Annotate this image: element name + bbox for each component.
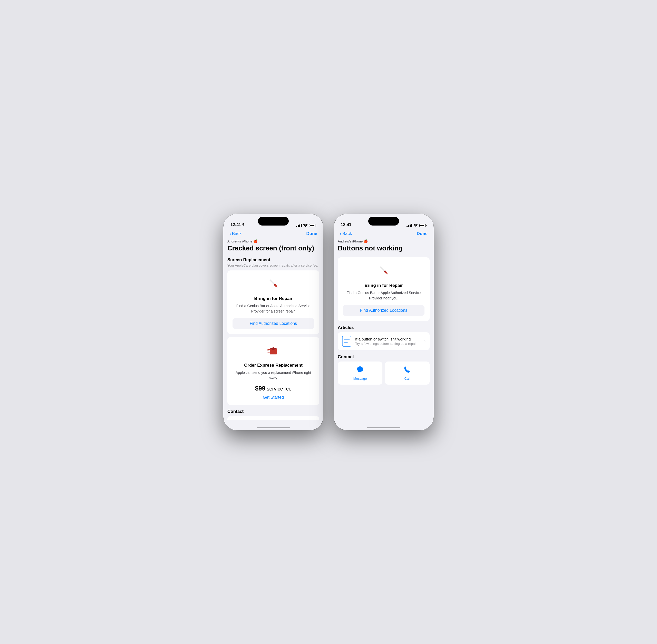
bring-in-repair-card: Bring in for Repair Find a Genius Bar or… <box>227 271 319 334</box>
content-1: ‹ Back Done Andrew's iPhone 🍎 Cracked sc… <box>223 229 323 430</box>
location-icon <box>242 223 245 226</box>
bring-in-repair-desc: Find a Genius Bar or Apple Authorized Se… <box>232 303 314 314</box>
contact-grid-1: Call <box>227 416 319 420</box>
bring-in-repair-desc-2: Find a Genius Bar or Apple Authorized Se… <box>343 290 425 301</box>
bring-in-repair-title-2: Bring in for Repair <box>343 283 425 288</box>
articles-list: If a button or switch isn't working Try … <box>338 332 430 350</box>
signal-bars-1 <box>296 224 302 227</box>
status-icons-1 <box>296 224 316 227</box>
article-item-1[interactable]: If a button or switch isn't working Try … <box>338 332 430 350</box>
message-card[interactable]: Message <box>338 362 382 385</box>
phone-2: 12:41 <box>334 214 434 430</box>
battery-icon-1 <box>309 224 316 227</box>
device-label-2: Andrew's iPhone 🍎 <box>338 239 430 243</box>
call-label-2: Call <box>389 377 426 381</box>
back-button-1[interactable]: ‹ Back <box>229 231 242 236</box>
done-button-1[interactable]: Done <box>307 231 317 236</box>
device-label-1: Andrew's iPhone 🍎 <box>227 239 319 243</box>
svg-point-15 <box>415 226 416 227</box>
find-locations-button-2[interactable]: Find Authorized Locations <box>343 305 425 316</box>
content-2: ‹ Back Done Andrew's iPhone 🍎 Buttons no… <box>334 229 434 430</box>
done-button-2[interactable]: Done <box>417 231 428 236</box>
screen-replacement-subtitle: Your AppleCare plan covers screen repair… <box>227 263 319 267</box>
scroll-area-1[interactable]: Andrew's iPhone 🍎 Cracked screen (front … <box>223 239 323 420</box>
screwdriver-icon-1 <box>267 277 280 290</box>
express-desc: Apple can send you a replacement iPhone … <box>232 370 314 381</box>
bring-in-repair-title: Bring in for Repair <box>232 296 314 301</box>
price-text: $99 service fee <box>232 385 314 392</box>
box-icon-1 <box>267 343 280 356</box>
find-locations-button-1[interactable]: Find Authorized Locations <box>232 318 314 329</box>
express-title: Order Express Replacement <box>232 363 314 368</box>
call-card-2[interactable]: Call <box>385 362 430 385</box>
svg-rect-16 <box>380 266 385 272</box>
signal-bars-2 <box>407 224 412 227</box>
call-card-1[interactable]: Call <box>227 416 319 420</box>
wifi-icon-2 <box>414 224 418 227</box>
express-replacement-card: Order Express Replacement Apple can send… <box>227 337 319 405</box>
contact-title-2: Contact <box>338 354 430 360</box>
phone-icon-2 <box>404 366 411 373</box>
home-indicator-2 <box>367 427 400 428</box>
page-title-1: Cracked screen (front only) <box>227 244 319 252</box>
svg-point-0 <box>305 226 306 227</box>
article-chevron-1: › <box>424 339 426 344</box>
nav-bar-2: ‹ Back Done <box>334 229 434 239</box>
status-time-1: 12:41 <box>230 223 245 227</box>
battery-icon-2 <box>420 224 427 227</box>
article-doc-icon <box>342 336 352 347</box>
articles-title: Articles <box>338 325 430 330</box>
screen-replacement-title: Screen Replacement <box>227 257 319 262</box>
nav-bar-1: ‹ Back Done <box>223 229 323 239</box>
get-started-button[interactable]: Get Started <box>232 395 314 400</box>
message-label: Message <box>342 377 378 381</box>
status-time-2: 12:41 <box>341 223 352 227</box>
phone-1: 12:41 <box>223 214 323 430</box>
status-icons-2 <box>407 224 427 227</box>
dynamic-island-1 <box>258 217 289 226</box>
dynamic-island-2 <box>368 217 399 226</box>
page-title-2: Buttons not working <box>338 244 430 252</box>
contact-title-1: Contact <box>227 409 319 414</box>
contact-grid-2: Message Call <box>338 362 430 385</box>
article-text-1: If a button or switch isn't working Try … <box>355 337 421 346</box>
screwdriver-icon-2 <box>377 263 390 277</box>
message-icon <box>356 366 364 373</box>
bring-in-repair-card-2: Bring in for Repair Find a Genius Bar or… <box>338 257 430 321</box>
back-button-2[interactable]: ‹ Back <box>340 231 352 236</box>
svg-rect-1 <box>270 279 275 285</box>
wifi-icon-1 <box>303 224 308 227</box>
scroll-area-2[interactable]: Andrew's iPhone 🍎 Buttons not working <box>334 239 434 420</box>
home-indicator-1 <box>257 427 290 428</box>
